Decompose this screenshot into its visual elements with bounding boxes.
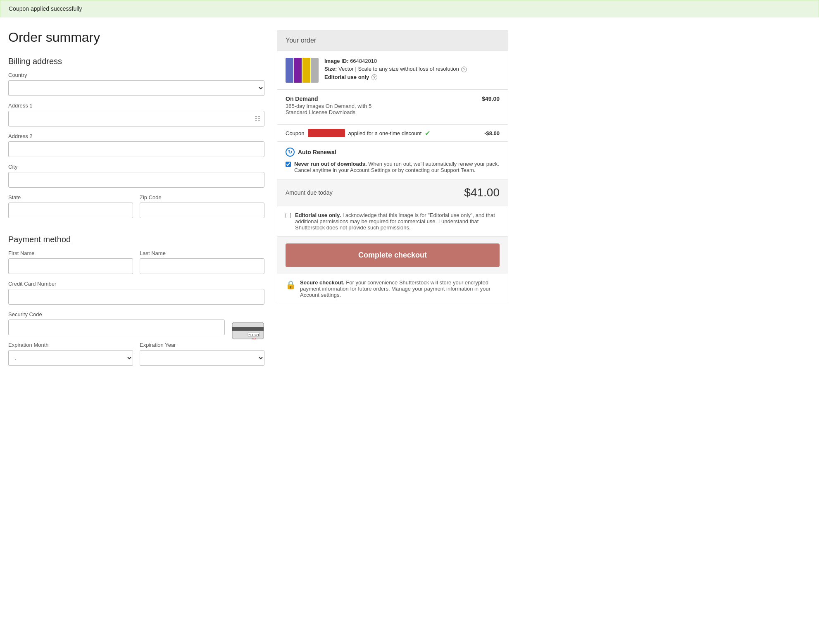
auto-renewal-text: Never run out of downloads. When you run… bbox=[294, 161, 500, 173]
first-name-label: First Name bbox=[8, 250, 133, 256]
editorial-badge: Editorial use only ? bbox=[324, 74, 467, 81]
exp-month-select[interactable]: . bbox=[8, 350, 133, 366]
address1-label: Address 1 bbox=[8, 103, 264, 109]
auto-renewal-checkbox[interactable] bbox=[286, 162, 291, 167]
size-help-icon[interactable]: ? bbox=[461, 67, 467, 72]
security-code-group: Security Code bbox=[8, 311, 225, 335]
address1-wrapper: ☷ bbox=[8, 111, 264, 126]
lock-icon: 🔒 bbox=[286, 280, 296, 290]
exp-year-select[interactable] bbox=[140, 350, 264, 366]
security-code-label: Security Code bbox=[8, 311, 225, 317]
thumb-stripe-3 bbox=[302, 58, 310, 83]
exp-year-label: Expiration Year bbox=[140, 342, 264, 348]
state-input[interactable] bbox=[8, 203, 133, 218]
coupon-banner: Coupon applied successfully bbox=[0, 0, 819, 17]
order-pricing: On Demand 365-day Images On Demand, with… bbox=[277, 90, 508, 125]
billing-section-title: Billing address bbox=[8, 57, 264, 66]
order-item-details: Image ID: 664842010 Size: Vector | Scale… bbox=[324, 58, 467, 83]
address1-input[interactable] bbox=[8, 111, 264, 126]
amount-due-value: $41.00 bbox=[464, 186, 500, 199]
state-field-group: State bbox=[8, 194, 133, 218]
on-demand-price: $49.00 bbox=[482, 95, 500, 102]
address2-field-group: Address 2 bbox=[8, 133, 264, 157]
cvv-image-wrapper: 711B71 012 bbox=[231, 320, 264, 342]
country-label: Country bbox=[8, 72, 264, 78]
editorial-ack-text: Editorial use only. I acknowledge that t… bbox=[295, 212, 500, 231]
exp-month-group: Expiration Month . bbox=[8, 342, 133, 366]
address-book-icon: ☷ bbox=[255, 115, 260, 123]
zip-input[interactable] bbox=[140, 203, 264, 218]
page-title: Order summary bbox=[8, 30, 264, 45]
coupon-discount: -$8.00 bbox=[484, 130, 500, 136]
left-panel: Order summary Billing address Country Ad… bbox=[8, 30, 264, 372]
zip-field-group: Zip Code bbox=[140, 194, 264, 218]
order-image-thumb bbox=[286, 58, 319, 83]
auto-renewal-icon: ↻ bbox=[286, 148, 295, 157]
coupon-row: Coupon applied for a one-time discount ✔… bbox=[277, 125, 508, 142]
auto-renewal-title-row: ↻ Auto Renewal bbox=[286, 148, 500, 157]
svg-text:012: 012 bbox=[252, 337, 256, 340]
security-code-input[interactable] bbox=[8, 320, 225, 335]
coupon-redacted bbox=[308, 129, 345, 137]
coupon-row-left: Coupon applied for a one-time discount ✔ bbox=[286, 129, 430, 137]
secure-checkout-row: 🔒 Secure checkout. For your convenience … bbox=[277, 274, 508, 304]
exp-month-label: Expiration Month bbox=[8, 342, 133, 348]
zip-label: Zip Code bbox=[140, 194, 264, 200]
address2-label: Address 2 bbox=[8, 133, 264, 139]
order-card: Your order Image ID: 664842010 Size: bbox=[277, 30, 508, 304]
city-input[interactable] bbox=[8, 172, 264, 188]
auto-renewal-checkbox-row: Never run out of downloads. When you run… bbox=[286, 161, 500, 173]
editorial-ack-checkbox[interactable] bbox=[286, 213, 291, 218]
cc-number-label: Credit Card Number bbox=[8, 281, 264, 287]
coupon-check-icon: ✔ bbox=[425, 129, 430, 137]
secure-checkout-text: Secure checkout. For your convenience Sh… bbox=[300, 279, 500, 298]
on-demand-desc: 365-day Images On Demand, with 5Standard… bbox=[286, 103, 478, 115]
city-field-group: City bbox=[8, 164, 264, 188]
amount-due-row: Amount due today $41.00 bbox=[277, 179, 508, 206]
complete-checkout-button[interactable]: Complete checkout bbox=[286, 243, 500, 267]
on-demand-pricing-row: On Demand 365-day Images On Demand, with… bbox=[286, 95, 500, 115]
cvv-card-image: 711B71 012 bbox=[231, 320, 264, 341]
country-field-group: Country bbox=[8, 72, 264, 96]
thumb-stripe-1 bbox=[286, 58, 293, 83]
name-row: First Name Last Name bbox=[8, 250, 264, 281]
state-label: State bbox=[8, 194, 133, 200]
svg-text:711B71: 711B71 bbox=[248, 333, 260, 337]
city-label: City bbox=[8, 164, 264, 170]
editorial-help-icon[interactable]: ? bbox=[371, 74, 377, 80]
payment-section-title: Payment method bbox=[8, 235, 264, 244]
image-id-row: Image ID: 664842010 bbox=[324, 58, 467, 64]
order-card-header: Your order bbox=[277, 30, 508, 51]
exp-row: Expiration Month . Expiration Year bbox=[8, 342, 264, 372]
editorial-ack-row: Editorial use only. I acknowledge that t… bbox=[277, 206, 508, 237]
on-demand-label-col: On Demand 365-day Images On Demand, with… bbox=[286, 95, 478, 115]
order-item: Image ID: 664842010 Size: Vector | Scale… bbox=[277, 51, 508, 90]
state-zip-row: State Zip Code bbox=[8, 194, 264, 225]
svg-rect-1 bbox=[232, 327, 264, 331]
first-name-group: First Name bbox=[8, 250, 133, 274]
on-demand-title: On Demand bbox=[286, 95, 478, 102]
first-name-input[interactable] bbox=[8, 258, 133, 274]
size-row: Size: Vector | Scale to any size without… bbox=[324, 66, 467, 72]
cc-number-input[interactable] bbox=[8, 289, 264, 305]
cc-number-group: Credit Card Number bbox=[8, 281, 264, 305]
address2-input[interactable] bbox=[8, 141, 264, 157]
last-name-label: Last Name bbox=[140, 250, 264, 256]
thumb-stripe-4 bbox=[311, 58, 319, 83]
exp-year-group: Expiration Year bbox=[140, 342, 264, 366]
last-name-group: Last Name bbox=[140, 250, 264, 274]
payment-section: Payment method First Name Last Name Cred… bbox=[8, 235, 264, 372]
right-panel: Your order Image ID: 664842010 Size: bbox=[277, 30, 508, 372]
thumb-stripe-2 bbox=[294, 58, 302, 83]
auto-renewal-section: ↻ Auto Renewal Never run out of download… bbox=[277, 142, 508, 179]
last-name-input[interactable] bbox=[140, 258, 264, 274]
country-select[interactable] bbox=[8, 80, 264, 96]
security-cvv-row: Security Code 711B71 012 bbox=[8, 311, 264, 342]
address1-field-group: Address 1 ☷ bbox=[8, 103, 264, 126]
